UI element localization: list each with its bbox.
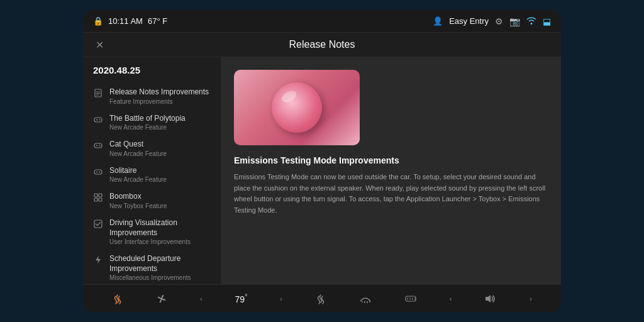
release-text: The Battle of Polytopia New Arcade Featu… [109, 114, 211, 131]
svg-point-15 [99, 171, 101, 172]
status-time: 10:11 AM [108, 16, 143, 26]
defrost-icon [359, 294, 372, 304]
content-area: Emissions Testing Mode Improvements Emis… [221, 57, 561, 284]
controller-icon-2 [93, 141, 103, 151]
tesla-screen: 🔒 10:11 AM 67° F 👤 Easy Entry ⚙ 📷 ⬓ ✕ Re… [83, 10, 561, 312]
svg-marker-21 [96, 256, 101, 264]
sidebar-item-scheduled-dep[interactable]: Scheduled Departure Improvements Miscell… [83, 250, 221, 284]
checkbox-icon [93, 219, 103, 230]
sidebar-item-boombox[interactable]: Boombox New Toybox Feature [83, 187, 221, 214]
svg-rect-16 [94, 194, 97, 197]
lock-icon: 🔒 [93, 16, 103, 26]
wifi-icon [526, 16, 536, 26]
modal-body: 2020.48.25 Release Notes Improvements Fe… [83, 57, 561, 284]
close-button[interactable]: ✕ [96, 39, 104, 51]
temperature-value: 79° [235, 293, 248, 304]
volume-icon [484, 294, 497, 304]
status-bar: 🔒 10:11 AM 67° F 👤 Easy Entry ⚙ 📷 ⬓ [83, 10, 561, 33]
modal-title: Release Notes [96, 39, 548, 50]
feature-description: Emissions Testing Mode can now be used o… [234, 172, 548, 216]
bluetooth-icon: ⬓ [543, 16, 551, 26]
bolt-icon [93, 255, 103, 266]
sidebar-item-cat-quest[interactable]: Cat Quest New Arcade Feature [83, 135, 221, 162]
svg-point-11 [99, 145, 101, 147]
settings-icon[interactable]: ⚙ [495, 16, 503, 26]
feature-image [234, 70, 360, 145]
svg-point-7 [99, 119, 101, 120]
svg-rect-35 [406, 296, 416, 301]
defrost-control[interactable] [359, 294, 372, 304]
controller-icon [93, 115, 103, 125]
volume-prev-chevron[interactable]: ‹ [450, 295, 452, 303]
temp-next-chevron[interactable]: › [280, 295, 282, 303]
svg-rect-20 [94, 220, 102, 228]
release-text: Solitaire New Arcade Feature [109, 166, 211, 184]
status-left: 🔒 10:11 AM 67° F [93, 16, 167, 26]
status-temperature: 67° F [148, 16, 167, 26]
easy-entry-label: Easy Entry [449, 16, 489, 26]
seat-heat-left-icon [112, 293, 123, 304]
feature-title: Emissions Testing Mode Improvements [234, 155, 548, 165]
bottom-bar: ‹ 79° › [83, 284, 561, 312]
version-label: 2020.48.25 [83, 65, 221, 83]
sidebar-item-driving-viz[interactable]: Driving Visualization Improvements User … [83, 214, 221, 250]
fan-icon [156, 293, 167, 304]
svg-rect-17 [99, 194, 102, 197]
seat-heat-right-control[interactable] [315, 293, 326, 304]
person-icon: 👤 [433, 16, 443, 26]
feature-image-visual [272, 82, 322, 133]
svg-rect-19 [99, 198, 102, 201]
doc-icon [93, 89, 103, 99]
rear-defrost-icon [404, 294, 417, 304]
sidebar-item-polytopia[interactable]: The Battle of Polytopia New Arcade Featu… [83, 109, 221, 136]
release-text: Boombox New Toybox Feature [109, 192, 211, 209]
main-area: ✕ Release Notes 2020.48.25 Release Notes… [83, 33, 561, 284]
release-text: Driving Visualization Improvements User … [109, 218, 211, 245]
fan-control[interactable] [156, 293, 167, 304]
volume-next-chevron[interactable]: › [530, 295, 532, 303]
rear-defrost-control[interactable] [404, 294, 417, 304]
status-right: 👤 Easy Entry ⚙ 📷 ⬓ [433, 16, 551, 26]
svg-rect-8 [94, 143, 102, 148]
release-text: Scheduled Departure Improvements Miscell… [109, 254, 211, 281]
volume-control[interactable] [484, 294, 497, 304]
temperature-display: 79° [235, 293, 248, 304]
grid-icon [93, 193, 103, 204]
sidebar-item-release-notes[interactable]: Release Notes Improvements Feature Impro… [83, 83, 221, 109]
temp-prev-chevron[interactable]: ‹ [200, 295, 203, 303]
controller-icon-3 [93, 167, 103, 177]
modal-header: ✕ Release Notes [83, 33, 561, 57]
sidebar-item-solitaire[interactable]: Solitaire New Arcade Feature [83, 162, 221, 188]
release-text: Cat Quest New Arcade Feature [109, 140, 211, 157]
svg-rect-12 [94, 170, 102, 174]
svg-rect-18 [94, 198, 97, 201]
seat-heat-left-control[interactable] [112, 293, 123, 304]
svg-rect-4 [94, 118, 102, 122]
seat-heat-right-icon [315, 293, 326, 304]
release-sidebar: 2020.48.25 Release Notes Improvements Fe… [83, 57, 221, 284]
svg-marker-40 [486, 295, 491, 303]
camera-icon[interactable]: 📷 [509, 16, 520, 26]
release-text: Release Notes Improvements Feature Impro… [109, 87, 211, 105]
